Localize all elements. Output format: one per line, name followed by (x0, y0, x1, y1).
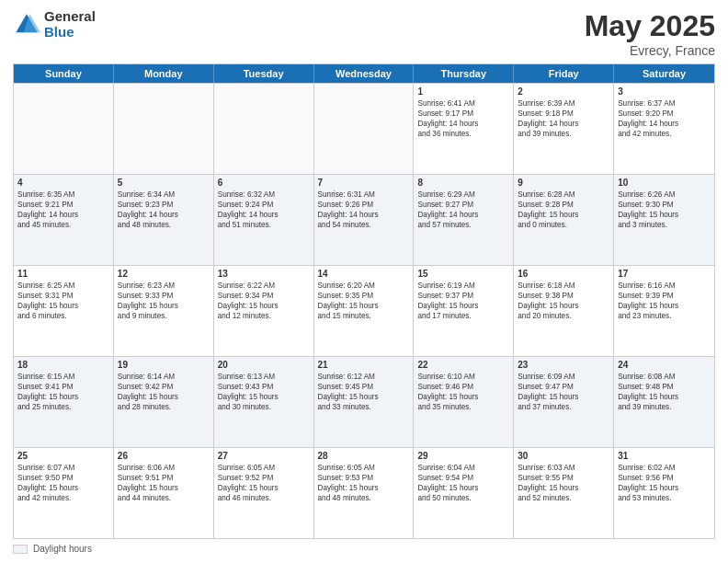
cell-line: Daylight: 15 hours (118, 392, 210, 402)
cell-line: Sunset: 9:47 PM (518, 382, 609, 392)
cell-line: Sunset: 9:35 PM (318, 291, 410, 301)
day-number: 26 (118, 451, 210, 461)
cell-line: and 42 minutes. (17, 493, 109, 503)
cell-line: Daylight: 15 hours (618, 483, 711, 493)
cell-line: Sunrise: 6:18 AM (518, 281, 609, 291)
cell-line: Sunrise: 6:29 AM (417, 190, 509, 200)
day-number: 31 (618, 451, 711, 461)
cell-line: and 33 minutes. (318, 402, 410, 412)
day-number: 25 (17, 451, 109, 461)
cell-line: Daylight: 15 hours (518, 392, 609, 402)
cell-line: Sunset: 9:41 PM (17, 382, 109, 392)
cell-line: Sunset: 9:38 PM (518, 291, 609, 301)
cell-line: Sunset: 9:39 PM (618, 291, 711, 301)
day-number: 12 (118, 269, 210, 279)
calendar-cell: 26Sunrise: 6:06 AMSunset: 9:51 PMDayligh… (114, 448, 214, 538)
cell-line: and 15 minutes. (318, 311, 410, 321)
calendar-cell: 13Sunrise: 6:22 AMSunset: 9:34 PMDayligh… (214, 266, 314, 356)
cell-line: Sunrise: 6:25 AM (17, 281, 109, 291)
cell-line: Sunrise: 6:02 AM (618, 463, 711, 473)
calendar-cell: 14Sunrise: 6:20 AMSunset: 9:35 PMDayligh… (314, 266, 415, 356)
cell-line: and 45 minutes. (17, 220, 109, 230)
logo-general-text: General (44, 9, 96, 25)
calendar-cell: 17Sunrise: 6:16 AMSunset: 9:39 PMDayligh… (614, 266, 714, 356)
cell-line: Sunset: 9:42 PM (118, 382, 210, 392)
cell-line: Sunset: 9:20 PM (618, 109, 711, 119)
footer: Daylight hours (13, 544, 715, 554)
cell-line: Sunset: 9:48 PM (618, 382, 711, 392)
calendar-location: Evrecy, France (585, 43, 715, 58)
day-number: 16 (518, 269, 609, 279)
cell-line: Sunset: 9:17 PM (417, 109, 509, 119)
day-number: 7 (318, 178, 410, 188)
calendar-cell: 30Sunrise: 6:03 AMSunset: 9:55 PMDayligh… (514, 448, 614, 538)
cell-line: Sunrise: 6:34 AM (118, 190, 210, 200)
calendar-cell: 19Sunrise: 6:14 AMSunset: 9:42 PMDayligh… (114, 357, 214, 447)
day-number: 20 (218, 360, 310, 370)
calendar-cell: 18Sunrise: 6:15 AMSunset: 9:41 PMDayligh… (14, 357, 114, 447)
day-number: 13 (218, 269, 310, 279)
header-wednesday: Wednesday (314, 64, 415, 83)
cell-line: Sunrise: 6:13 AM (218, 372, 310, 382)
cell-line: Daylight: 15 hours (17, 392, 109, 402)
cell-line: Sunset: 9:54 PM (417, 473, 509, 483)
cell-line: Daylight: 15 hours (118, 483, 210, 493)
cell-line: Daylight: 15 hours (318, 392, 410, 402)
calendar-cell: 12Sunrise: 6:23 AMSunset: 9:33 PMDayligh… (114, 266, 214, 356)
cell-line: Sunset: 9:46 PM (417, 382, 509, 392)
calendar-cell: 7Sunrise: 6:31 AMSunset: 9:26 PMDaylight… (314, 175, 415, 265)
cell-line: Sunrise: 6:04 AM (417, 463, 509, 473)
cell-line: Sunset: 9:18 PM (518, 109, 609, 119)
day-number: 24 (618, 360, 711, 370)
cell-line: Sunset: 9:33 PM (118, 291, 210, 301)
cell-line: Sunrise: 6:09 AM (518, 372, 609, 382)
cell-line: and 52 minutes. (518, 493, 609, 503)
calendar-cell: 16Sunrise: 6:18 AMSunset: 9:38 PMDayligh… (514, 266, 614, 356)
cell-line: Sunrise: 6:22 AM (218, 281, 310, 291)
cell-line: Daylight: 15 hours (618, 392, 711, 402)
calendar-cell: 29Sunrise: 6:04 AMSunset: 9:54 PMDayligh… (414, 448, 514, 538)
day-number: 2 (518, 86, 609, 97)
calendar-cell: 1Sunrise: 6:41 AMSunset: 9:17 PMDaylight… (414, 84, 514, 174)
cell-line: Sunset: 9:21 PM (17, 200, 109, 210)
cell-line: Daylight: 14 hours (618, 119, 711, 129)
day-number: 15 (417, 269, 509, 279)
cell-line: Daylight: 14 hours (417, 119, 509, 129)
calendar-cell: 22Sunrise: 6:10 AMSunset: 9:46 PMDayligh… (414, 357, 514, 447)
logo: General Blue (13, 9, 96, 40)
day-number: 1 (417, 86, 509, 97)
day-number: 4 (17, 178, 109, 188)
cell-line: and 25 minutes. (17, 402, 109, 412)
day-number: 19 (118, 360, 210, 370)
daylight-label: Daylight hours (33, 544, 92, 554)
calendar-header: Sunday Monday Tuesday Wednesday Thursday… (14, 64, 714, 83)
cell-line: Sunrise: 6:15 AM (17, 372, 109, 382)
day-number: 5 (118, 178, 210, 188)
cell-line: and 28 minutes. (118, 402, 210, 412)
calendar-cell: 10Sunrise: 6:26 AMSunset: 9:30 PMDayligh… (614, 175, 714, 265)
day-number: 3 (618, 86, 711, 97)
header-thursday: Thursday (414, 64, 514, 83)
cell-line: and 17 minutes. (417, 311, 509, 321)
calendar-cell: 4Sunrise: 6:35 AMSunset: 9:21 PMDaylight… (14, 175, 114, 265)
cell-line: Sunset: 9:23 PM (118, 200, 210, 210)
cell-line: Sunrise: 6:20 AM (318, 281, 410, 291)
cell-line: Sunrise: 6:07 AM (17, 463, 109, 473)
day-number: 14 (318, 269, 410, 279)
cell-line: Daylight: 14 hours (218, 210, 310, 220)
cell-line: Daylight: 14 hours (417, 210, 509, 220)
title-block: May 2025 Evrecy, France (585, 9, 715, 58)
calendar-cell: 31Sunrise: 6:02 AMSunset: 9:56 PMDayligh… (614, 448, 714, 538)
cell-line: Sunrise: 6:16 AM (618, 281, 711, 291)
cell-line: Sunrise: 6:28 AM (518, 190, 609, 200)
calendar-week-2: 4Sunrise: 6:35 AMSunset: 9:21 PMDaylight… (14, 174, 714, 265)
cell-line: Sunrise: 6:12 AM (318, 372, 410, 382)
calendar-cell: 5Sunrise: 6:34 AMSunset: 9:23 PMDaylight… (114, 175, 214, 265)
calendar-cell: 25Sunrise: 6:07 AMSunset: 9:50 PMDayligh… (14, 448, 114, 538)
cell-line: Sunrise: 6:35 AM (17, 190, 109, 200)
header-friday: Friday (514, 64, 614, 83)
calendar-cell: 23Sunrise: 6:09 AMSunset: 9:47 PMDayligh… (514, 357, 614, 447)
calendar-cell: 8Sunrise: 6:29 AMSunset: 9:27 PMDaylight… (414, 175, 514, 265)
cell-line: and 53 minutes. (618, 493, 711, 503)
cell-line: and 9 minutes. (118, 311, 210, 321)
